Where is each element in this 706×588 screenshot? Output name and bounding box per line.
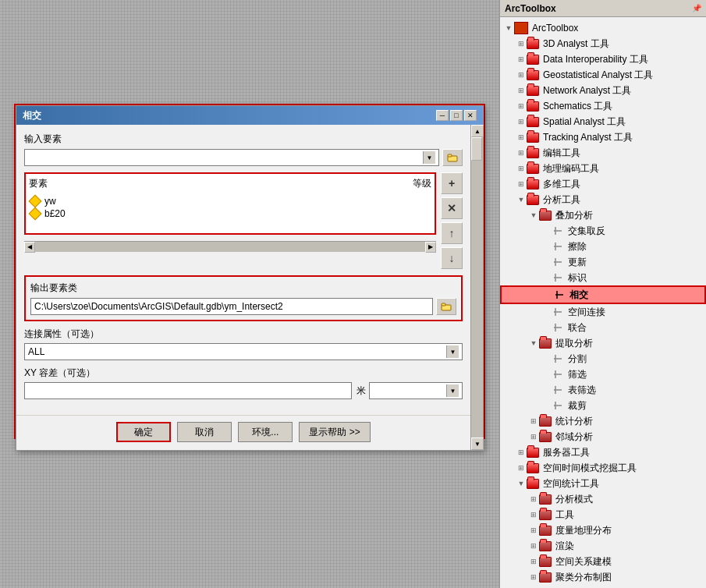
- tree-item-identity[interactable]: ─ 标识: [500, 270, 706, 285]
- input-features-combo[interactable]: ▼: [24, 149, 439, 166]
- tree-item-update[interactable]: ─ 更新: [500, 254, 706, 270]
- output-input-field[interactable]: [30, 298, 433, 315]
- expand-3d[interactable]: ⊞: [516, 38, 527, 49]
- feature-item-bf20[interactable]: b£20: [29, 207, 431, 220]
- expand-tracking[interactable]: ⊞: [516, 132, 527, 143]
- tree-item-server[interactable]: ⊞ 服务器工具: [500, 445, 706, 460]
- tree-item-erase[interactable]: ─ 擦除: [500, 239, 706, 254]
- folder-render: [539, 541, 552, 551]
- expand-spatiotemporal[interactable]: ⊞: [516, 462, 527, 473]
- expand-spatial-stats[interactable]: ▼: [516, 478, 527, 489]
- tree-item-proximity[interactable]: ⊞ 邻域分析: [500, 429, 706, 445]
- tree-item-intersect[interactable]: ─ 相交: [500, 285, 706, 304]
- expand-tools[interactable]: ⊞: [528, 509, 539, 520]
- tree-item-analysis[interactable]: ▼ 分析工具: [500, 192, 706, 207]
- tree-item-3d[interactable]: ⊞ 3D Analyst 工具: [500, 36, 706, 51]
- expand-spatial[interactable]: ⊞: [516, 116, 527, 127]
- tree-item-geostatistical[interactable]: ⊞ Geostatistical Analyst 工具: [500, 67, 706, 83]
- vscroll-down[interactable]: ▼: [471, 437, 484, 450]
- expand-server[interactable]: ⊞: [516, 447, 527, 458]
- tree-item-spatial-rel[interactable]: ⊞ 空间关系建模: [500, 554, 706, 569]
- tree-item-overlay[interactable]: ▼ 叠加分析: [500, 207, 706, 223]
- expand-extract[interactable]: ▼: [528, 338, 539, 349]
- tree-item-spatial[interactable]: ⊞ Spatial Analyst 工具: [500, 114, 706, 129]
- expand-edit[interactable]: ⊞: [516, 147, 527, 158]
- join-type-combo[interactable]: ALL ▼: [24, 343, 463, 360]
- tree-item-split[interactable]: ─ 分割: [500, 351, 706, 367]
- expand-analysis[interactable]: ▼: [516, 194, 527, 205]
- expand-overlay[interactable]: ▼: [528, 210, 539, 221]
- tree-item-datainterop[interactable]: ⊞ Data Interoperability 工具: [500, 51, 706, 67]
- expand-root[interactable]: ▼: [503, 23, 514, 34]
- expand-geodist[interactable]: ⊞: [528, 525, 539, 536]
- vertical-scrollbar[interactable]: ▲ ▼: [470, 125, 483, 450]
- tree-item-spatial-stats[interactable]: ▼ 空间统计工具: [500, 476, 706, 491]
- join-type-arrow[interactable]: ▼: [446, 345, 459, 358]
- expand-schematics[interactable]: ⊞: [516, 101, 527, 112]
- folder-spatial-rel: [539, 557, 552, 567]
- tree-item-multidim[interactable]: ⊞ 多维工具: [500, 176, 706, 192]
- tree-item-tools[interactable]: ⊞ 工具: [500, 507, 706, 522]
- pin-icon[interactable]: 📌: [692, 4, 701, 12]
- xy-unit-arrow[interactable]: ▼: [446, 384, 459, 397]
- hscroll-right[interactable]: ▶: [425, 242, 436, 253]
- label-table-select: 表筛选: [568, 383, 596, 397]
- expand-cluster[interactable]: ⊞: [528, 572, 539, 583]
- vscroll-up[interactable]: ▲: [471, 125, 484, 137]
- tree-item-spatial-join[interactable]: ─ 空间连接: [500, 304, 706, 320]
- tree-root[interactable]: ▼ ArcToolbox: [500, 20, 706, 36]
- tree-container[interactable]: ▼ ArcToolbox ⊞ 3D Analyst 工具 ⊞ Data Inte…: [500, 17, 706, 588]
- expand-network[interactable]: ⊞: [516, 85, 527, 96]
- maximize-button[interactable]: □: [450, 110, 463, 121]
- output-browse-button[interactable]: [436, 298, 456, 315]
- remove-feature-button[interactable]: ✕: [441, 197, 463, 219]
- tree-item-schematics[interactable]: ⊞ Schematics 工具: [500, 98, 706, 114]
- xy-unit-combo[interactable]: ▼: [369, 382, 463, 399]
- move-up-button[interactable]: ↑: [441, 222, 463, 244]
- tree-item-edit[interactable]: ⊞ 编辑工具: [500, 145, 706, 161]
- expand-spatial-rel[interactable]: ⊞: [528, 556, 539, 567]
- tree-item-geocoding[interactable]: ⊞ 地理编码工具: [500, 161, 706, 176]
- horizontal-scrollbar[interactable]: ◀ ▶: [24, 241, 436, 252]
- add-feature-button[interactable]: +: [441, 172, 463, 194]
- feature-item-yw[interactable]: yw: [29, 195, 431, 207]
- tree-item-stats[interactable]: ⊞ 统计分析: [500, 413, 706, 429]
- tree-item-tracking[interactable]: ⊞ Tracking Analyst 工具: [500, 129, 706, 145]
- cancel-button[interactable]: 取消: [177, 422, 232, 442]
- tree-item-intersect-extract[interactable]: ─ 交集取反: [500, 223, 706, 239]
- tree-item-union[interactable]: ─ 联合: [500, 320, 706, 335]
- tree-item-select[interactable]: ─ 筛选: [500, 367, 706, 382]
- xy-input-field[interactable]: [24, 382, 352, 399]
- expand-datainterop[interactable]: ⊞: [516, 54, 527, 65]
- tree-item-analysis-mode[interactable]: ⊞ 分析模式: [500, 491, 706, 507]
- expand-proximity[interactable]: ⊞: [528, 431, 539, 442]
- close-button[interactable]: ✕: [464, 110, 477, 121]
- tree-item-render[interactable]: ⊞ 渲染: [500, 538, 706, 554]
- expand-stats[interactable]: ⊞: [528, 416, 539, 427]
- env-button[interactable]: 环境...: [238, 422, 293, 442]
- ok-button[interactable]: 确定: [116, 422, 171, 442]
- expand-geo[interactable]: ⊞: [516, 69, 527, 80]
- tree-item-spatiotemporal[interactable]: ⊞ 空间时间模式挖掘工具: [500, 460, 706, 476]
- folder-analysis-mode: [539, 494, 552, 505]
- tree-item-extract[interactable]: ▼ 提取分析: [500, 335, 706, 351]
- move-down-button[interactable]: ↓: [441, 247, 463, 269]
- minimize-button[interactable]: ─: [436, 110, 449, 121]
- input-browse-button[interactable]: [442, 149, 463, 166]
- tree-item-cluster[interactable]: ⊞ 聚类分布制图: [500, 569, 706, 585]
- vscroll-thumb[interactable]: [471, 137, 482, 161]
- expand-analysis-mode[interactable]: ⊞: [528, 494, 539, 505]
- tree-item-geodist[interactable]: ⊞ 度量地理分布: [500, 522, 706, 538]
- expand-geocoding[interactable]: ⊞: [516, 163, 527, 174]
- help-button[interactable]: 显示帮助 >>: [299, 422, 370, 442]
- expand-render[interactable]: ⊞: [528, 540, 539, 551]
- folder-server: [527, 448, 539, 458]
- folder-geodist: [539, 526, 552, 536]
- expand-multidim[interactable]: ⊞: [516, 179, 527, 190]
- tree-item-network[interactable]: ⊞ Network Analyst 工具: [500, 83, 706, 98]
- tree-item-clip[interactable]: ─ 裁剪: [500, 398, 706, 413]
- dialog-box: 相交 ─ □ ✕ 输入要素 ▼: [16, 105, 484, 451]
- combo-arrow-icon[interactable]: ▼: [423, 151, 435, 164]
- hscroll-left[interactable]: ◀: [24, 242, 35, 253]
- tree-item-table-select[interactable]: ─ 表筛选: [500, 382, 706, 398]
